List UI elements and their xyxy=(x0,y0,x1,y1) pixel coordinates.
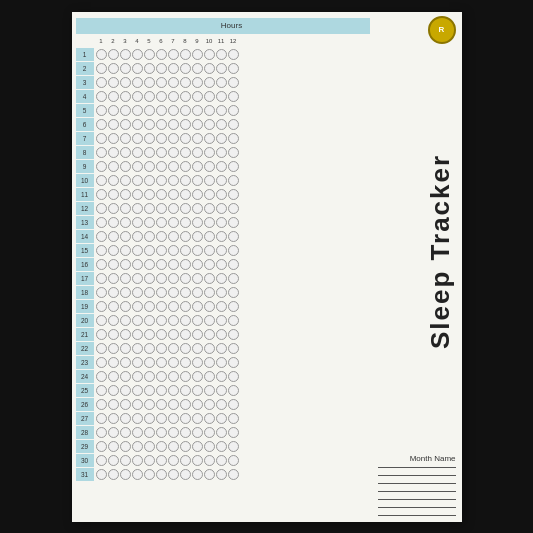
sleep-circle[interactable] xyxy=(108,455,119,466)
sleep-circle[interactable] xyxy=(216,315,227,326)
sleep-circle[interactable] xyxy=(132,49,143,60)
sleep-circle[interactable] xyxy=(144,357,155,368)
sleep-circle[interactable] xyxy=(228,259,239,270)
sleep-circle[interactable] xyxy=(120,441,131,452)
sleep-circle[interactable] xyxy=(180,343,191,354)
sleep-circle[interactable] xyxy=(168,441,179,452)
sleep-circle[interactable] xyxy=(168,49,179,60)
sleep-circle[interactable] xyxy=(96,343,107,354)
sleep-circle[interactable] xyxy=(156,455,167,466)
sleep-circle[interactable] xyxy=(204,343,215,354)
sleep-circle[interactable] xyxy=(180,427,191,438)
sleep-circle[interactable] xyxy=(180,287,191,298)
sleep-circle[interactable] xyxy=(228,161,239,172)
sleep-circle[interactable] xyxy=(180,371,191,382)
sleep-circle[interactable] xyxy=(192,133,203,144)
sleep-circle[interactable] xyxy=(180,385,191,396)
sleep-circle[interactable] xyxy=(120,427,131,438)
sleep-circle[interactable] xyxy=(228,91,239,102)
sleep-circle[interactable] xyxy=(204,329,215,340)
sleep-circle[interactable] xyxy=(120,189,131,200)
sleep-circle[interactable] xyxy=(216,217,227,228)
sleep-circle[interactable] xyxy=(96,91,107,102)
sleep-circle[interactable] xyxy=(204,175,215,186)
sleep-circle[interactable] xyxy=(180,259,191,270)
sleep-circle[interactable] xyxy=(108,399,119,410)
sleep-circle[interactable] xyxy=(144,147,155,158)
sleep-circle[interactable] xyxy=(168,231,179,242)
sleep-circle[interactable] xyxy=(132,315,143,326)
sleep-circle[interactable] xyxy=(228,469,239,480)
sleep-circle[interactable] xyxy=(192,147,203,158)
sleep-circle[interactable] xyxy=(168,385,179,396)
sleep-circle[interactable] xyxy=(168,329,179,340)
sleep-circle[interactable] xyxy=(132,329,143,340)
sleep-circle[interactable] xyxy=(108,49,119,60)
sleep-circle[interactable] xyxy=(192,273,203,284)
sleep-circle[interactable] xyxy=(168,357,179,368)
sleep-circle[interactable] xyxy=(228,371,239,382)
sleep-circle[interactable] xyxy=(192,245,203,256)
sleep-circle[interactable] xyxy=(228,147,239,158)
sleep-circle[interactable] xyxy=(228,63,239,74)
sleep-circle[interactable] xyxy=(144,77,155,88)
sleep-circle[interactable] xyxy=(120,273,131,284)
sleep-circle[interactable] xyxy=(144,49,155,60)
sleep-circle[interactable] xyxy=(204,385,215,396)
sleep-circle[interactable] xyxy=(108,413,119,424)
sleep-circle[interactable] xyxy=(192,329,203,340)
sleep-circle[interactable] xyxy=(144,441,155,452)
sleep-circle[interactable] xyxy=(120,91,131,102)
sleep-circle[interactable] xyxy=(132,343,143,354)
sleep-circle[interactable] xyxy=(96,329,107,340)
sleep-circle[interactable] xyxy=(108,147,119,158)
sleep-circle[interactable] xyxy=(228,399,239,410)
sleep-circle[interactable] xyxy=(192,119,203,130)
sleep-circle[interactable] xyxy=(120,385,131,396)
sleep-circle[interactable] xyxy=(228,329,239,340)
sleep-circle[interactable] xyxy=(132,259,143,270)
sleep-circle[interactable] xyxy=(204,105,215,116)
sleep-circle[interactable] xyxy=(144,427,155,438)
sleep-circle[interactable] xyxy=(156,385,167,396)
sleep-circle[interactable] xyxy=(192,189,203,200)
sleep-circle[interactable] xyxy=(228,301,239,312)
sleep-circle[interactable] xyxy=(132,357,143,368)
sleep-circle[interactable] xyxy=(168,413,179,424)
sleep-circle[interactable] xyxy=(168,259,179,270)
sleep-circle[interactable] xyxy=(180,77,191,88)
sleep-circle[interactable] xyxy=(120,469,131,480)
sleep-circle[interactable] xyxy=(96,231,107,242)
sleep-circle[interactable] xyxy=(132,273,143,284)
sleep-circle[interactable] xyxy=(156,245,167,256)
sleep-circle[interactable] xyxy=(156,301,167,312)
sleep-circle[interactable] xyxy=(144,91,155,102)
sleep-circle[interactable] xyxy=(156,161,167,172)
sleep-circle[interactable] xyxy=(180,329,191,340)
sleep-circle[interactable] xyxy=(96,413,107,424)
sleep-circle[interactable] xyxy=(204,315,215,326)
sleep-circle[interactable] xyxy=(204,147,215,158)
sleep-circle[interactable] xyxy=(168,273,179,284)
sleep-circle[interactable] xyxy=(96,189,107,200)
sleep-circle[interactable] xyxy=(168,203,179,214)
sleep-circle[interactable] xyxy=(156,63,167,74)
sleep-circle[interactable] xyxy=(108,427,119,438)
sleep-circle[interactable] xyxy=(132,203,143,214)
sleep-circle[interactable] xyxy=(120,455,131,466)
sleep-circle[interactable] xyxy=(144,133,155,144)
sleep-circle[interactable] xyxy=(180,455,191,466)
sleep-circle[interactable] xyxy=(204,231,215,242)
sleep-circle[interactable] xyxy=(96,301,107,312)
sleep-circle[interactable] xyxy=(228,413,239,424)
sleep-circle[interactable] xyxy=(156,273,167,284)
sleep-circle[interactable] xyxy=(144,385,155,396)
sleep-circle[interactable] xyxy=(228,245,239,256)
sleep-circle[interactable] xyxy=(144,119,155,130)
sleep-circle[interactable] xyxy=(108,175,119,186)
sleep-circle[interactable] xyxy=(120,357,131,368)
sleep-circle[interactable] xyxy=(132,175,143,186)
sleep-circle[interactable] xyxy=(144,371,155,382)
sleep-circle[interactable] xyxy=(144,469,155,480)
sleep-circle[interactable] xyxy=(216,413,227,424)
